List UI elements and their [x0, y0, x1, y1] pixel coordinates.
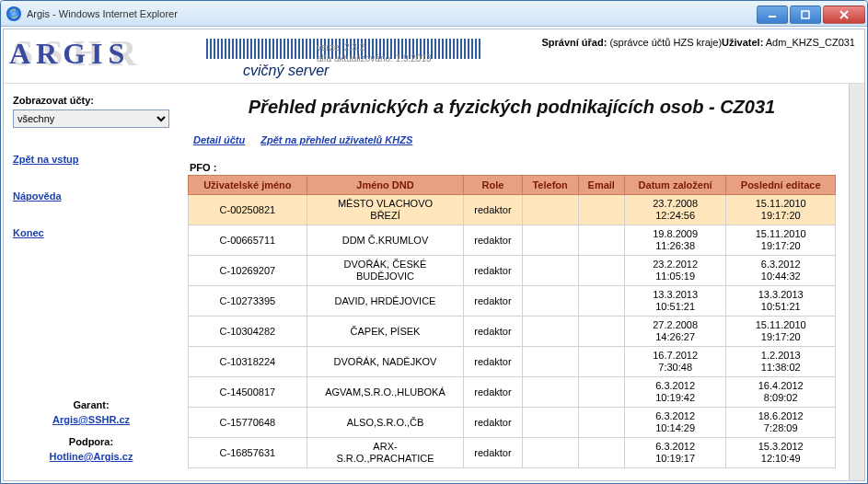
cell: DVOŘÁK, ČESKÉBUDĚJOVIC [307, 256, 464, 286]
cell [522, 408, 578, 438]
cell: redaktor [464, 408, 522, 438]
table-row[interactable]: C-15770648ALSO,S.R.O.,ČBredaktor6.3.2012… [189, 408, 836, 438]
filter-label: Zobrazovat účty: [13, 95, 169, 106]
sidebar: Zobrazovat účty: všechny Zpět na vstup N… [4, 84, 179, 480]
podpora-email[interactable]: Hotline@Argis.cz [50, 451, 133, 462]
scrollbar[interactable] [849, 84, 864, 480]
browser-window: Argis - Windows Internet Explorer SSHR A… [0, 0, 868, 484]
cell [578, 438, 624, 468]
window-maximize-button[interactable] [790, 6, 821, 24]
cell: ČAPEK, PÍSEK [307, 317, 464, 347]
cell: DVOŘÁK, NADĚJKOV [307, 347, 464, 377]
cell [578, 347, 624, 377]
filter-select[interactable]: všechny [13, 109, 169, 128]
action-links: Detail účtu Zpět na přehled uživatelů KH… [193, 134, 836, 145]
cell: 15.11.201019:17:20 [726, 195, 836, 225]
col-edited: Poslední editace [726, 176, 836, 195]
col-tel: Telefon [522, 176, 578, 195]
logo: SSHR ARGIS [9, 33, 203, 67]
cell: C-10273395 [189, 286, 307, 317]
cell: C-10269207 [189, 256, 307, 286]
cell [578, 195, 624, 225]
cell: redaktor [464, 317, 522, 347]
version-line: verze: 2.3.2 [317, 42, 482, 53]
page-header: SSHR ARGIS verze: 2.3.2 alfa aktualizová… [4, 29, 864, 79]
table-row[interactable]: C-10318224DVOŘÁK, NADĚJKOVredaktor16.7.2… [189, 347, 836, 377]
cell: redaktor [464, 347, 522, 377]
cell: 13.3.201310:51:21 [726, 286, 836, 317]
garant-email[interactable]: Argis@SSHR.cz [52, 414, 130, 425]
cell [578, 286, 624, 317]
col-dnd: Jméno DND [307, 176, 464, 195]
link-konec[interactable]: Konec [13, 227, 169, 238]
cell: redaktor [464, 225, 522, 256]
ie-icon [6, 6, 21, 21]
cell: AGVAM,S.R.O.,HLUBOKÁ [307, 377, 464, 408]
cell: redaktor [464, 438, 522, 468]
cell [522, 377, 578, 408]
section-label: PFO : [190, 162, 836, 173]
cell: 1.2.201311:38:02 [726, 347, 836, 377]
cell: ARX-S.R.O.,PRACHATICE [307, 438, 464, 468]
table-row[interactable]: C-00250821MĚSTO VLACHOVOBŘEZÍredaktor23.… [189, 195, 836, 225]
title-bar: Argis - Windows Internet Explorer [1, 1, 867, 27]
link-detail-uctu[interactable]: Detail účtu [193, 134, 245, 145]
cell: 6.3.201210:14:29 [624, 408, 726, 438]
table-row[interactable]: C-14500817AGVAM,S.R.O.,HLUBOKÁredaktor6.… [189, 377, 836, 408]
col-created: Datum založení [624, 176, 726, 195]
cell: C-00250821 [189, 195, 307, 225]
cell [578, 256, 624, 286]
cell: redaktor [464, 195, 522, 225]
cell: 19.8.200911:26:38 [624, 225, 726, 256]
cell: 27.2.200814:26:27 [624, 317, 726, 347]
cell [578, 377, 624, 408]
table-row[interactable]: C-10273395DAVID, HRDĚJOVICEredaktor13.3.… [189, 286, 836, 317]
cell: C-14500817 [189, 377, 307, 408]
cell: ALSO,S.R.O.,ČB [307, 408, 464, 438]
cell: 13.3.201310:51:21 [624, 286, 726, 317]
cell: C-00665711 [189, 225, 307, 256]
cell: 15.3.201212:10:49 [726, 438, 836, 468]
sidebar-footer: Garant: Argis@SSHR.cz Podpora: Hotline@A… [13, 398, 169, 469]
cell: C-10318224 [189, 347, 307, 377]
cell: MĚSTO VLACHOVOBŘEZÍ [307, 195, 464, 225]
link-zpet-prehled[interactable]: Zpět na přehled uživatelů KHZS [260, 134, 412, 145]
page-title: Přehled právnických a fyzických podnikaj… [188, 97, 836, 118]
cell [522, 317, 578, 347]
cell: 15.11.201019:17:20 [726, 317, 836, 347]
cell: redaktor [464, 286, 522, 317]
link-zpet-na-vstup[interactable]: Zpět na vstup [13, 154, 169, 165]
window-close-button[interactable] [823, 6, 865, 24]
cell [522, 347, 578, 377]
cell: DAVID, HRDĚJOVICE [307, 286, 464, 317]
col-email: Email [578, 176, 624, 195]
cell [522, 195, 578, 225]
cell: 6.3.201210:19:17 [624, 438, 726, 468]
table-row[interactable]: C-10304282ČAPEK, PÍSEKredaktor27.2.20081… [189, 317, 836, 347]
cell: C-15770648 [189, 408, 307, 438]
cell: DDM Č.KRUMLOV [307, 225, 464, 256]
table-row[interactable]: C-16857631ARX-S.R.O.,PRACHATICEredaktor6… [189, 438, 836, 468]
server-mode: cvičný server [243, 63, 482, 79]
data-table: Uživatelské jméno Jméno DND Role Telefon… [188, 175, 836, 468]
cell: 6.3.201210:44:32 [726, 256, 836, 286]
cell: 23.2.201211:05:19 [624, 256, 726, 286]
table-row[interactable]: C-10269207DVOŘÁK, ČESKÉBUDĚJOVICredaktor… [189, 256, 836, 286]
cell: 6.3.201210:19:42 [624, 377, 726, 408]
svg-rect-1 [802, 11, 809, 18]
cell: 23.7.200812:24:56 [624, 195, 726, 225]
table-row[interactable]: C-00665711DDM Č.KRUMLOVredaktor19.8.2009… [189, 225, 836, 256]
cell [522, 256, 578, 286]
cell: 16.7.20127:30:48 [624, 347, 726, 377]
cell: redaktor [464, 256, 522, 286]
page: SSHR ARGIS verze: 2.3.2 alfa aktualizová… [3, 29, 865, 481]
window-title: Argis - Windows Internet Explorer [27, 8, 178, 19]
header-user-info: Správní úřad: (správce účtů HZS kraje)Už… [541, 33, 859, 48]
cell: C-16857631 [189, 438, 307, 468]
col-user: Uživatelské jméno [189, 176, 307, 195]
window-minimize-button[interactable] [757, 6, 788, 24]
cell: redaktor [464, 377, 522, 408]
cell [578, 225, 624, 256]
link-napoveda[interactable]: Nápověda [13, 190, 169, 202]
main-content: Přehled právnických a fyzických podnikaj… [179, 84, 849, 480]
